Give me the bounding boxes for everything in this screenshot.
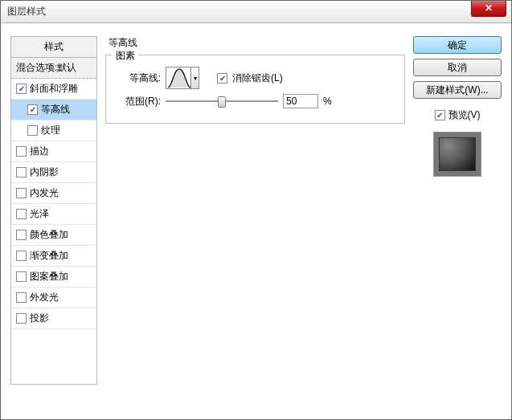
sidebar-item-checkbox[interactable] [27,104,38,115]
cancel-button[interactable]: 取消 [413,59,502,76]
new-style-button[interactable]: 新建样式(W)... [413,81,502,99]
sidebar-item-blend-options[interactable]: 混合选项:默认 [11,58,96,79]
sidebar-item-label: 图案叠加 [30,270,68,283]
sidebar-item-checkbox[interactable] [16,167,27,177]
ok-button[interactable]: 确定 [413,36,502,54]
slider-thumb[interactable] [218,96,226,108]
chevron-down-icon: ▾ [190,67,199,88]
sidebar-item-checkbox[interactable] [16,209,27,219]
sidebar-item-checkbox[interactable] [16,313,27,324]
antialias-label: 消除锯齿(L) [232,71,283,85]
sidebar-item-checkbox[interactable] [16,188,27,198]
sidebar-item-2[interactable]: 纹理 [11,120,96,141]
sidebar-item-checkbox[interactable] [16,146,27,157]
sidebar-item-checkbox[interactable] [16,84,27,94]
sidebar-item-label: 混合选项:默认 [16,61,76,75]
range-slider[interactable] [166,95,278,108]
contour-label: 等高线: [116,71,161,85]
sidebar-item-checkbox[interactable] [16,230,27,240]
range-input[interactable] [283,94,318,108]
panel-title: 等高线 [105,36,405,51]
sidebar-item-label: 投影 [30,312,49,325]
sidebar-item-label: 描边 [30,145,49,158]
elements-group: 图素 等高线: ▾ 消除锯齿(L) 范围(R): [105,55,405,124]
antialias-checkbox[interactable] [217,73,227,84]
range-label: 范围(R): [116,95,161,108]
sidebar-item-checkbox[interactable] [16,271,27,282]
sidebar-header: 样式 [11,37,96,58]
preview-swatch [433,132,481,177]
sidebar-item-label: 斜面和浮雕 [30,82,78,96]
sidebar-item-10[interactable]: 外发光 [11,287,96,308]
settings-panel: 等高线 图素 等高线: ▾ 消除锯齿(L) [105,36,405,385]
dialog-body: 样式 混合选项:默认 斜面和浮雕等高线纹理描边内阴影内发光光泽颜色叠加渐变叠加图… [1,23,511,419]
sidebar-item-label: 纹理 [41,124,60,137]
group-legend: 图素 [113,49,138,63]
sidebar-item-1[interactable]: 等高线 [11,100,96,120]
sidebar-item-checkbox[interactable] [27,125,38,136]
contour-curve-icon [167,67,191,88]
window-title: 图层样式 [7,5,46,18]
sidebar-item-8[interactable]: 渐变叠加 [11,246,96,267]
sidebar-item-0[interactable]: 斜面和浮雕 [11,79,96,100]
sidebar-item-6[interactable]: 光泽 [11,204,96,225]
close-button[interactable]: ✕ [471,1,506,17]
titlebar[interactable]: 图层样式 ✕ [1,1,511,23]
sidebar-item-label: 外发光 [30,291,59,304]
sidebar-item-3[interactable]: 描边 [11,141,96,162]
range-suffix: % [323,96,332,107]
sidebar-item-7[interactable]: 颜色叠加 [11,225,96,246]
sidebar-item-label: 渐变叠加 [30,249,68,263]
right-column: 确定 取消 新建样式(W)... 预览(V) [413,36,502,410]
preview-label: 预览(V) [449,108,481,122]
sidebar-item-label: 颜色叠加 [30,228,68,242]
sidebar-item-9[interactable]: 图案叠加 [11,267,96,287]
sidebar-item-5[interactable]: 内发光 [11,183,96,204]
sidebar-item-checkbox[interactable] [16,292,27,303]
sidebar-item-4[interactable]: 内阴影 [11,162,96,183]
sidebar-item-label: 内发光 [30,186,59,200]
sidebar-item-label: 光泽 [30,207,49,221]
sidebar-item-label: 内阴影 [30,165,59,179]
sidebar-item-11[interactable]: 投影 [11,308,96,329]
layer-style-dialog: 图层样式 ✕ 样式 混合选项:默认 斜面和浮雕等高线纹理描边内阴影内发光光泽颜色… [0,0,512,420]
sidebar-item-label: 等高线 [41,103,70,116]
preview-checkbox[interactable] [435,110,445,120]
sidebar-item-checkbox[interactable] [16,251,27,261]
contour-picker[interactable]: ▾ [166,67,199,89]
styles-sidebar: 样式 混合选项:默认 斜面和浮雕等高线纹理描边内阴影内发光光泽颜色叠加渐变叠加图… [10,36,97,385]
